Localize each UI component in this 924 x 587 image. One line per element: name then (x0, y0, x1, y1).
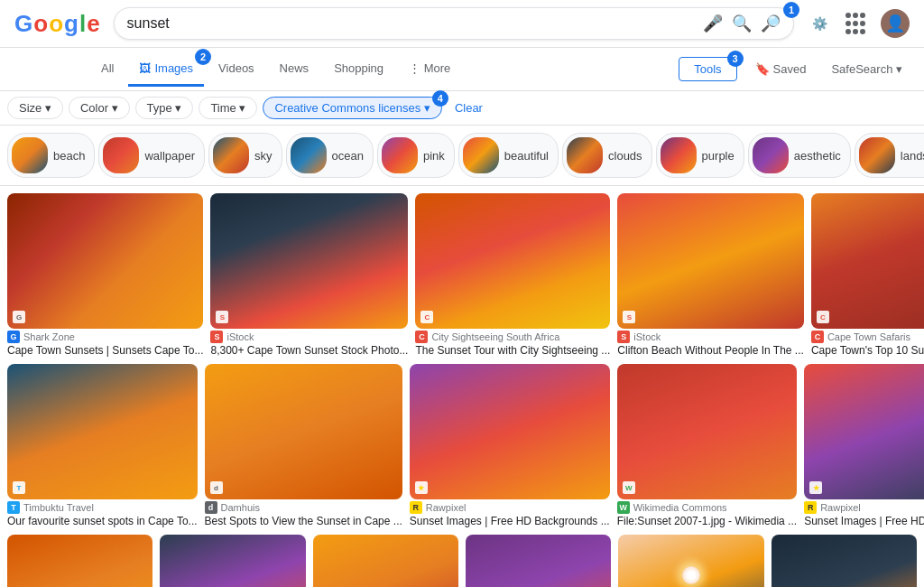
filter-row: Size ▾ Color ▾ Type ▾ Time ▾ Creative Co… (0, 91, 924, 126)
search-bar: 🎤 🔍 🔎 (114, 7, 794, 40)
image-card-1[interactable]: G G Shark Zone Cape Town Sunsets | Sunse… (7, 193, 203, 357)
source-8: R Rawpixel (410, 501, 610, 514)
title-4: Clifton Beach Without People In The ... (617, 344, 804, 357)
image-card-9[interactable]: W W Wikimedia Commons File:Sunset 2007-1… (617, 364, 797, 527)
title-9: File:Sunset 2007-1.jpg - Wikimedia ... (617, 515, 797, 527)
tab-more[interactable]: ⋮ More (398, 52, 461, 87)
source-5: C Cape Town Safaris (811, 331, 924, 343)
tab-news[interactable]: News (269, 52, 320, 87)
image-card-8[interactable]: ★ R Rawpixel Sunset Images | Free HD Bac… (410, 364, 610, 527)
google-logo: Google (14, 10, 99, 38)
source-4: S iStock (617, 331, 804, 343)
source-9: W Wikimedia Commons (617, 501, 797, 514)
filter-license[interactable]: Creative Commons licenses ▾ 4 (263, 97, 441, 119)
chip-label-aesthetic: aesthetic (794, 149, 841, 163)
image-card-5[interactable]: C C Cape Town Safaris Cape Town's Top 10… (811, 193, 924, 357)
chip-ocean[interactable]: ocean (286, 133, 374, 178)
chip-label-pink: pink (423, 149, 445, 163)
title-3: The Sunset Tour with City Sightseeing ..… (415, 344, 610, 357)
images-icon: 🖼 (139, 61, 151, 75)
filter-time[interactable]: Time ▾ (199, 97, 257, 119)
title-1: Cape Town Sunsets | Sunsets Cape To... (7, 344, 203, 357)
source-badge-4: S (617, 331, 630, 343)
chip-aesthetic[interactable]: aesthetic (748, 133, 851, 178)
header-right: ⚙️ 👤 (808, 9, 910, 38)
filter-type[interactable]: Type ▾ (135, 97, 194, 119)
mic-icon[interactable]: 🎤 (703, 14, 723, 33)
title-8: Sunset Images | Free HD Backgrounds ... (410, 515, 610, 527)
source-10: R Rawpixel (804, 501, 924, 514)
filter-size[interactable]: Size ▾ (7, 97, 63, 119)
avatar[interactable]: 👤 (881, 9, 910, 38)
image-card-4[interactable]: S S iStock Clifton Beach Without People … (617, 193, 804, 357)
tab-videos[interactable]: Videos (208, 52, 265, 87)
image-card-6[interactable]: T T Timbuktu Travel Our favourite sunset… (7, 364, 198, 527)
image-card-16[interactable] (772, 535, 917, 587)
search-icons: 🎤 🔍 🔎 (703, 14, 781, 33)
chip-label-purple: purple (702, 149, 735, 163)
source-6: T Timbuktu Travel (7, 501, 198, 514)
chip-thumb-landscape (859, 137, 895, 173)
filter-color[interactable]: Color ▾ (69, 97, 130, 119)
saved-button[interactable]: 🔖 Saved (748, 55, 814, 83)
images-badge: 2 (195, 49, 211, 65)
source-badge-7: d (205, 501, 217, 514)
chip-thumb-ocean (291, 137, 327, 173)
image-grid: G G Shark Zone Cape Town Sunsets | Sunse… (0, 186, 924, 587)
tab-shopping[interactable]: Shopping (323, 52, 394, 87)
chip-beach[interactable]: beach (7, 133, 95, 178)
chip-thumb-purple (661, 137, 697, 173)
image-card-14[interactable] (466, 535, 611, 587)
search-bar-container: 🎤 🔍 🔎 1 (114, 7, 794, 40)
source-badge-1: G (7, 331, 20, 343)
source-badge-3: C (415, 331, 428, 343)
tools-button[interactable]: Tools 3 (679, 57, 736, 81)
title-10: Sunset Images | Free HD Backgro... (804, 515, 924, 527)
chip-beautiful[interactable]: beautiful (458, 133, 559, 178)
chip-thumb-beach (12, 137, 48, 173)
image-card-15[interactable] (618, 535, 763, 587)
image-card-11[interactable] (7, 535, 152, 587)
image-card-10[interactable]: ★ R Rawpixel Sunset Images | Free HD Bac… (804, 364, 924, 527)
source-badge-2: S (210, 331, 223, 343)
chip-label-sky: sky (254, 149, 273, 163)
filter-clear[interactable]: Clear (448, 98, 490, 118)
search-icon[interactable]: 🔎 (761, 14, 781, 33)
chip-thumb-clouds (567, 137, 603, 173)
lens-icon[interactable]: 🔍 (732, 14, 752, 33)
search-input[interactable] (127, 15, 696, 32)
chip-thumb-pink (382, 137, 418, 173)
search-badge: 1 (783, 2, 799, 18)
chip-purple[interactable]: purple (656, 133, 744, 178)
tools-badge: 3 (727, 51, 744, 67)
license-badge: 4 (432, 90, 448, 107)
image-card-2[interactable]: S S iStock 8,300+ Cape Town Sunset Stock… (210, 193, 408, 357)
chip-sky[interactable]: sky (208, 133, 282, 178)
settings-icon[interactable]: ⚙️ (808, 13, 830, 34)
tab-images[interactable]: 🖼 Images 2 (128, 52, 204, 87)
image-card-3[interactable]: C C City Sightseeing South Africa The Su… (415, 193, 610, 357)
source-badge-9: W (617, 501, 630, 514)
image-card-7[interactable]: d d Damhuis Best Spots to View the Sunse… (205, 364, 402, 527)
source-badge-10: R (804, 501, 817, 514)
chip-label-beautiful: beautiful (504, 149, 549, 163)
apps-icon[interactable] (845, 13, 866, 34)
chip-label-beach: beach (53, 149, 85, 163)
header: Google 🎤 🔍 🔎 1 ⚙️ 👤 (0, 0, 924, 48)
image-row-3 (7, 535, 917, 587)
source-badge-5: C (811, 331, 824, 343)
image-card-13[interactable] (313, 535, 458, 587)
chip-landscape[interactable]: landscape (855, 133, 924, 178)
source-1: G Shark Zone (7, 331, 203, 343)
chip-clouds[interactable]: clouds (562, 133, 652, 178)
chip-thumb-sky (213, 137, 249, 173)
safesearch-button[interactable]: SafeSearch ▾ (824, 55, 910, 83)
source-badge-6: T (7, 501, 20, 514)
source-2: S iStock (210, 331, 408, 343)
source-7: d Damhuis (205, 501, 402, 514)
chip-wallpaper[interactable]: wallpaper (98, 133, 205, 178)
chip-pink[interactable]: pink (377, 133, 455, 178)
tab-all[interactable]: All (90, 52, 125, 87)
image-card-12[interactable] (160, 535, 305, 587)
title-5: Cape Town's Top 10 Sunset Spots • Ca... (811, 344, 924, 357)
